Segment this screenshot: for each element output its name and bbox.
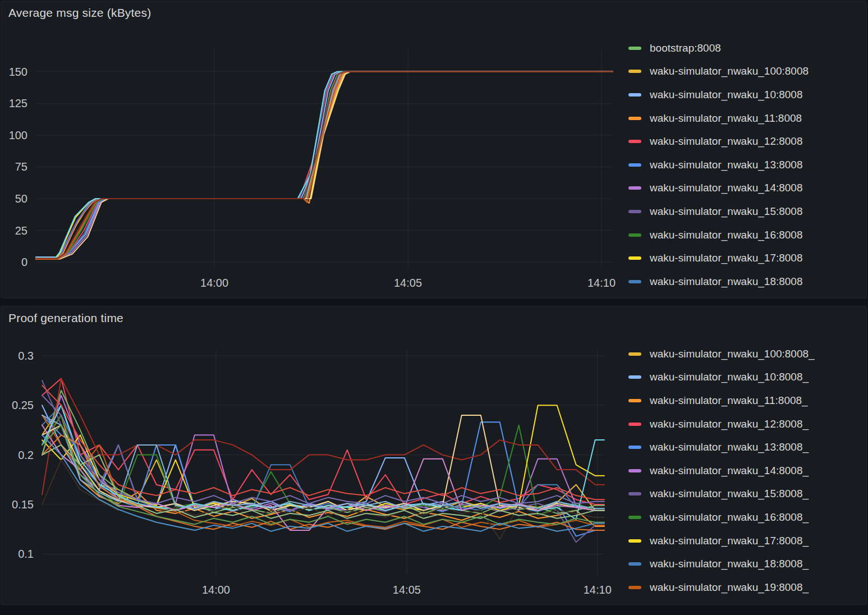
panel-proof-generation-time: 0.10.150.20.250.314:0014:0514:10 Proof g… bbox=[1, 306, 867, 605]
y-tick-label: 0.1 bbox=[18, 548, 34, 560]
legend-item[interactable]: waku-simulator_nwaku_17:8008_ bbox=[628, 529, 865, 553]
series-line bbox=[42, 385, 604, 499]
avg-msg-size-chart[interactable]: 025507510012515014:0014:0514:10 bbox=[1, 1, 624, 299]
legend-label: waku-simulator_nwaku_15:8008 bbox=[650, 205, 803, 218]
legend-item[interactable]: waku-simulator_nwaku_10:8008_ bbox=[628, 366, 865, 389]
legend-series-swatch bbox=[628, 492, 641, 495]
legend-label: waku-simulator_nwaku_100:8008 bbox=[650, 65, 809, 77]
legend-item[interactable]: waku-simulator_nwaku_15:8008_ bbox=[628, 483, 865, 506]
panel-title-proof-generation-time[interactable]: Proof generation time bbox=[8, 311, 123, 325]
legend-label: waku-simulator_nwaku_11:8008 bbox=[650, 112, 802, 125]
x-tick-label: 14:05 bbox=[393, 584, 421, 596]
legend-item[interactable]: waku-simulator_nwaku_10:8008 bbox=[628, 83, 865, 107]
legend-series-swatch bbox=[628, 469, 641, 472]
legend-series-swatch bbox=[628, 423, 641, 426]
legend-item[interactable]: waku-simulator_nwaku_16:8008_ bbox=[628, 506, 865, 529]
legend-item[interactable]: waku-simulator_nwaku_19:8008_ bbox=[628, 576, 865, 599]
y-tick-label: 0.25 bbox=[12, 399, 34, 411]
legend-series-swatch bbox=[628, 210, 641, 213]
legend-item[interactable]: waku-simulator_nwaku_14:8008 bbox=[628, 177, 865, 200]
x-tick-label: 14:10 bbox=[584, 584, 612, 596]
legend-item[interactable]: waku-simulator_nwaku_16:8008 bbox=[628, 223, 865, 247]
y-tick-label: 0.15 bbox=[12, 498, 34, 511]
legend-label: waku-simulator_nwaku_16:8008_ bbox=[650, 511, 809, 524]
y-tick-label: 0.2 bbox=[18, 449, 34, 461]
x-tick-label: 14:05 bbox=[394, 277, 422, 289]
legend-label: waku-simulator_nwaku_14:8008 bbox=[650, 182, 803, 194]
y-tick-label: 50 bbox=[15, 192, 27, 205]
legend-series-swatch bbox=[628, 186, 641, 190]
legend-item[interactable]: waku-simulator_nwaku_100:8008_ bbox=[628, 342, 865, 366]
legend-label: waku-simulator_nwaku_18:8008_ bbox=[650, 558, 809, 570]
legend-series-swatch bbox=[628, 256, 641, 260]
legend-item[interactable]: waku-simulator_nwaku_11:8008 bbox=[628, 107, 865, 130]
x-tick-label: 14:10 bbox=[587, 277, 616, 289]
legend-label: waku-simulator_nwaku_13:8008_ bbox=[650, 441, 809, 453]
legend-label: bootstrap:8008 bbox=[650, 42, 721, 54]
legend-item[interactable]: waku-simulator_nwaku_15:8008 bbox=[628, 200, 865, 223]
legend-item[interactable]: waku-simulator_nwaku_17:8008 bbox=[628, 246, 865, 270]
legend-series-swatch bbox=[628, 399, 641, 402]
legend-label: waku-simulator_nwaku_17:8008 bbox=[650, 252, 803, 264]
y-tick-label: 0 bbox=[21, 256, 27, 268]
legend-label: waku-simulator_nwaku_13:8008 bbox=[650, 159, 803, 171]
legend-series-swatch bbox=[628, 516, 641, 519]
legend-label: waku-simulator_nwaku_14:8008_ bbox=[650, 465, 809, 477]
legend-label: waku-simulator_nwaku_10:8008 bbox=[650, 89, 803, 101]
legend-series-swatch bbox=[628, 280, 641, 283]
legend-item[interactable]: waku-simulator_nwaku_12:8008_ bbox=[628, 412, 865, 436]
legend-avg-msg-size: bootstrap:8008waku-simulator_nwaku_100:8… bbox=[628, 36, 865, 293]
legend-series-swatch bbox=[628, 47, 641, 50]
legend-label: waku-simulator_nwaku_10:8008_ bbox=[650, 371, 809, 383]
legend-item[interactable]: waku-simulator_nwaku_18:8008 bbox=[628, 270, 865, 293]
legend-item[interactable]: waku-simulator_nwaku_13:8008_ bbox=[628, 435, 865, 459]
legend-series-swatch bbox=[628, 233, 641, 237]
proof-generation-time-chart[interactable]: 0.10.150.20.250.314:0014:0514:10 bbox=[1, 306, 624, 605]
legend-series-swatch bbox=[628, 446, 641, 449]
legend-item[interactable]: waku-simulator_nwaku_13:8008 bbox=[628, 153, 865, 177]
legend-label: waku-simulator_nwaku_12:8008_ bbox=[650, 418, 809, 430]
legend-label: waku-simulator_nwaku_12:8008 bbox=[650, 135, 803, 148]
series-line bbox=[36, 72, 613, 258]
legend-series-swatch bbox=[628, 70, 641, 73]
legend-item[interactable]: bootstrap:8008 bbox=[628, 36, 865, 60]
legend-label: waku-simulator_nwaku_100:8008_ bbox=[650, 348, 815, 360]
panel-title-avg-msg-size[interactable]: Average msg size (kBytes) bbox=[8, 6, 151, 20]
panel-average-msg-size: 025507510012515014:0014:0514:10 Average … bbox=[1, 1, 867, 299]
legend-series-swatch bbox=[628, 352, 641, 356]
legend-series-swatch bbox=[628, 375, 641, 379]
legend-item[interactable]: waku-simulator_nwaku_11:8008_ bbox=[628, 389, 865, 412]
y-tick-label: 100 bbox=[9, 129, 27, 141]
legend-label: waku-simulator_nwaku_17:8008_ bbox=[650, 535, 809, 547]
x-tick-label: 14:00 bbox=[200, 277, 228, 289]
x-tick-label: 14:00 bbox=[202, 584, 230, 596]
legend-label: waku-simulator_nwaku_16:8008 bbox=[650, 229, 803, 241]
y-tick-label: 25 bbox=[15, 224, 27, 237]
legend-item[interactable]: waku-simulator_nwaku_18:8008_ bbox=[628, 552, 865, 576]
y-tick-label: 125 bbox=[9, 97, 27, 109]
legend-label: waku-simulator_nwaku_15:8008_ bbox=[650, 488, 809, 500]
y-tick-label: 150 bbox=[9, 66, 27, 78]
legend-series-swatch bbox=[628, 163, 641, 167]
y-tick-label: 0.3 bbox=[18, 350, 34, 362]
legend-series-swatch bbox=[628, 586, 641, 589]
legend-item[interactable]: waku-simulator_nwaku_14:8008_ bbox=[628, 459, 865, 483]
legend-series-swatch bbox=[628, 562, 641, 566]
legend-label: waku-simulator_nwaku_19:8008_ bbox=[650, 581, 809, 594]
legend-series-swatch bbox=[628, 117, 641, 120]
legend-series-swatch bbox=[628, 539, 641, 543]
legend-series-swatch bbox=[628, 93, 641, 97]
legend-label: waku-simulator_nwaku_18:8008 bbox=[650, 276, 803, 288]
legend-series-swatch bbox=[628, 140, 641, 143]
legend-proof-generation-time: waku-simulator_nwaku_100:8008_waku-simul… bbox=[628, 342, 865, 599]
legend-label: waku-simulator_nwaku_11:8008_ bbox=[650, 394, 808, 407]
y-tick-label: 75 bbox=[15, 160, 27, 173]
legend-item[interactable]: waku-simulator_nwaku_12:8008 bbox=[628, 130, 865, 153]
legend-item[interactable]: waku-simulator_nwaku_100:8008 bbox=[628, 60, 865, 84]
